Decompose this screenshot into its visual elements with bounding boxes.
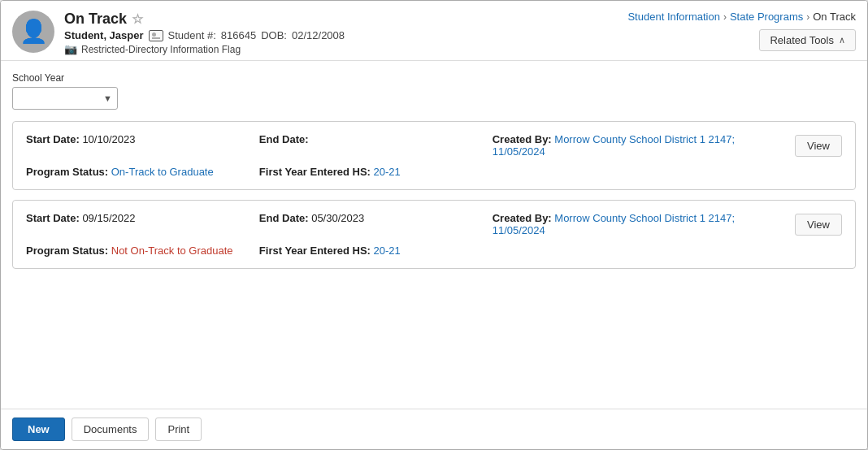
breadcrumb: Student Information › State Programs › O… bbox=[627, 11, 856, 23]
created-by-label-2: Created By: bbox=[493, 212, 555, 224]
record-1-start-date: Start Date: 10/10/2023 bbox=[26, 133, 259, 145]
record-2-row-2: Program Status: Not On-Track to Graduate… bbox=[26, 244, 842, 257]
id-card-icon[interactable] bbox=[149, 30, 163, 41]
school-year-dropdown[interactable]: 2024-25 2023-24 2022-23 2021-22 2020-21 bbox=[13, 88, 117, 109]
created-info-2: Created By: Morrow County School Distric… bbox=[493, 212, 787, 236]
student-number-label: Student #: bbox=[168, 29, 216, 41]
chevron-up-icon: ∧ bbox=[839, 35, 845, 45]
print-button[interactable]: Print bbox=[155, 418, 202, 441]
end-date-label-1: End Date: bbox=[259, 133, 309, 145]
start-date-label-2: Start Date: bbox=[26, 212, 80, 224]
record-2-first-year: First Year Entered HS: 20-21 bbox=[259, 244, 493, 257]
student-info: On Track ☆ Student, Jasper Student #: 81… bbox=[64, 11, 345, 55]
record-card-2: Start Date: 09/15/2022 End Date: 05/30/2… bbox=[12, 200, 856, 269]
record-1-status: Program Status: On-Track to Graduate bbox=[26, 166, 259, 178]
first-year-label-2: First Year Entered HS: bbox=[259, 244, 374, 257]
record-2-created: Created By: Morrow County School Distric… bbox=[493, 212, 842, 236]
program-status-label-2: Program Status: bbox=[26, 244, 111, 257]
record-card-1: Start Date: 10/10/2023 End Date: Created… bbox=[12, 121, 856, 190]
end-date-value-2: 05/30/2023 bbox=[311, 212, 364, 224]
star-icon[interactable]: ☆ bbox=[132, 11, 143, 27]
main-window: 👤 On Track ☆ Student, Jasper Student #: … bbox=[0, 0, 868, 450]
breadcrumb-sep-2: › bbox=[806, 11, 809, 23]
record-2-row-1: Start Date: 09/15/2022 End Date: 05/30/2… bbox=[26, 212, 842, 236]
record-1-row-2: Program Status: On-Track to Graduate Fir… bbox=[26, 166, 842, 178]
school-year-label: School Year bbox=[12, 72, 856, 84]
header-right: Student Information › State Programs › O… bbox=[627, 7, 856, 51]
program-status-value-2: Not On-Track to Graduate bbox=[111, 244, 233, 257]
view-button-2[interactable]: View bbox=[795, 214, 842, 236]
created-info-1: Created By: Morrow County School Distric… bbox=[493, 133, 787, 158]
program-status-label-1: Program Status: bbox=[26, 166, 111, 178]
breadcrumb-sep-1: › bbox=[723, 11, 727, 23]
restricted-row: 📷 Restricted-Directory Information Flag bbox=[64, 43, 345, 55]
end-date-label-2: End Date: bbox=[259, 212, 309, 224]
first-year-label-1: First Year Entered HS: bbox=[259, 166, 374, 178]
related-tools-label: Related Tools bbox=[770, 34, 834, 46]
header: 👤 On Track ☆ Student, Jasper Student #: … bbox=[1, 1, 867, 61]
new-button[interactable]: New bbox=[12, 418, 65, 441]
first-year-value-1: 20-21 bbox=[374, 166, 401, 178]
breadcrumb-state-programs[interactable]: State Programs bbox=[730, 11, 803, 23]
start-date-value-1: 10/10/2023 bbox=[82, 133, 135, 145]
restricted-text: Restricted-Directory Information Flag bbox=[81, 44, 241, 55]
program-status-value-1: On-Track to Graduate bbox=[111, 166, 214, 178]
breadcrumb-on-track: On Track bbox=[813, 11, 856, 23]
camera-icon: 📷 bbox=[64, 43, 77, 55]
footer: New Documents Print bbox=[1, 409, 867, 449]
main-content: School Year 2024-25 2023-24 2022-23 2021… bbox=[1, 61, 867, 409]
school-year-section: School Year 2024-25 2023-24 2022-23 2021… bbox=[12, 72, 856, 110]
record-1-row-1: Start Date: 10/10/2023 End Date: Created… bbox=[26, 133, 842, 158]
header-left: 👤 On Track ☆ Student, Jasper Student #: … bbox=[12, 7, 345, 55]
record-2-start-date: Start Date: 09/15/2022 bbox=[26, 212, 259, 224]
record-2-status: Program Status: Not On-Track to Graduate bbox=[26, 244, 259, 257]
record-1-end-date: End Date: bbox=[259, 133, 493, 145]
documents-button[interactable]: Documents bbox=[72, 418, 150, 441]
start-date-label-1: Start Date: bbox=[26, 133, 80, 145]
first-year-value-2: 20-21 bbox=[374, 244, 401, 257]
view-button-1[interactable]: View bbox=[795, 135, 842, 157]
related-tools-button[interactable]: Related Tools ∧ bbox=[759, 29, 856, 51]
record-1-created: Created By: Morrow County School Distric… bbox=[493, 133, 842, 158]
created-by-label-1: Created By: bbox=[493, 133, 555, 145]
record-1-first-year: First Year Entered HS: 20-21 bbox=[259, 166, 493, 178]
school-year-select-wrapper[interactable]: 2024-25 2023-24 2022-23 2021-22 2020-21 … bbox=[12, 87, 118, 110]
page-title-row: On Track ☆ bbox=[64, 11, 345, 28]
dob-label: DOB: bbox=[261, 29, 287, 41]
page-title-text: On Track bbox=[64, 11, 127, 28]
start-date-value-2: 09/15/2022 bbox=[82, 212, 135, 224]
person-icon: 👤 bbox=[20, 20, 48, 43]
student-number: 816645 bbox=[221, 29, 256, 41]
student-name: Student, Jasper bbox=[64, 29, 144, 41]
avatar: 👤 bbox=[12, 11, 54, 53]
dob-value: 02/12/2008 bbox=[292, 29, 345, 41]
student-name-row: Student, Jasper Student #: 816645 DOB: 0… bbox=[64, 29, 345, 41]
record-2-end-date: End Date: 05/30/2023 bbox=[259, 212, 493, 224]
breadcrumb-student-information[interactable]: Student Information bbox=[627, 11, 719, 23]
